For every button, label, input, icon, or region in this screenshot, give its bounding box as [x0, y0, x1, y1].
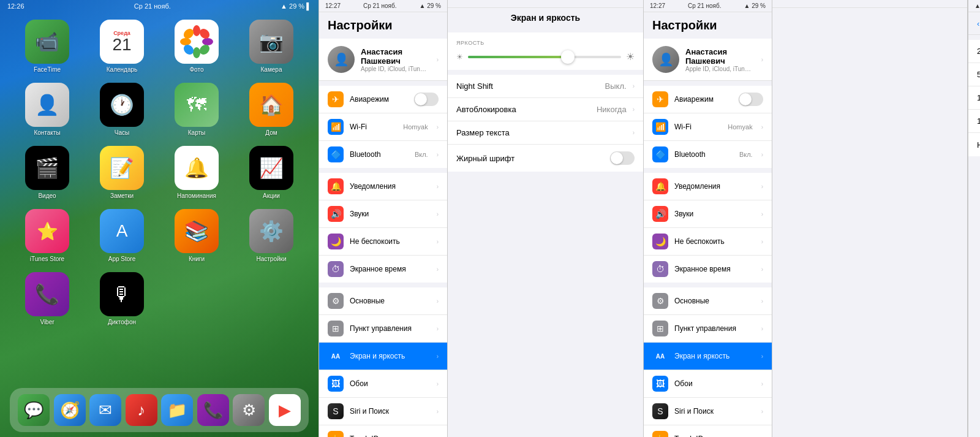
app-facetime[interactable]: 📹 FaceTime [15, 20, 80, 73]
settings-item-wallpaper-2[interactable]: 🖼 Обои › [644, 370, 772, 398]
app-clock[interactable]: 🕐 Часы [89, 83, 154, 136]
brightness-slider[interactable] [468, 56, 621, 58]
bold-text-item[interactable]: Жирный шрифт [448, 145, 643, 172]
dock: 💬 🧭 ✉ ♪ 📁 📞 ⚙ ▶ [10, 388, 309, 432]
dock-settings[interactable]: ⚙ [233, 394, 265, 426]
dock-viber[interactable]: 📞 [197, 394, 229, 426]
app-itunes[interactable]: ⭐ iTunes Store [15, 209, 80, 262]
settings-item-general-2[interactable]: ⚙ Основные › [644, 287, 772, 315]
dock-mail[interactable]: ✉ [89, 394, 121, 426]
detail-title: Экран и яркость [448, 8, 643, 28]
airplane-icon: ✈ [328, 91, 344, 107]
settings-sidebar-2: 12:27 Ср 21 нояб. ▲ 29 % Настройки 👤 Ана… [644, 0, 772, 437]
app-notes[interactable]: 📝 Заметки [89, 146, 154, 199]
settings-item-dnd[interactable]: 🌙 Не беспокоить › [319, 228, 447, 256]
app-home[interactable]: 🏠 Дом [239, 83, 304, 136]
app-maps[interactable]: 🗺 Карты [164, 83, 229, 136]
settings-item-screen-time-2[interactable]: ⏱ Экранное время › [644, 256, 772, 283]
settings-item-notifications[interactable]: 🔔 Уведомления › [319, 173, 447, 200]
dock-files[interactable]: 📁 [161, 394, 193, 426]
settings-item-siri[interactable]: S Siri и Поиск › [319, 398, 447, 425]
home-screen: 12:26 Ср 21 нояб. ▲ 29 % ▌ 📹 FaceTime Ср… [0, 0, 318, 437]
dock-messages[interactable]: 💬 [18, 394, 50, 426]
app-voice-memo[interactable]: 🎙 Диктофон [89, 272, 154, 325]
settings-item-airplane[interactable]: ✈ Авиарежим [319, 86, 447, 113]
back-button[interactable]: ‹ Назад [977, 19, 980, 28]
settings-panel: 12:27 Ср 21 нояб. ▲ 29 % Настройки 👤 Ана… [318, 0, 643, 437]
svg-point-1 [193, 25, 200, 36]
dnd-icon: 🌙 [328, 234, 344, 249]
settings-section-3b: ⚙ Основные › ⊞ Пункт управления › AA Экр… [644, 287, 772, 437]
settings-title-2: Настройки [652, 18, 717, 32]
airplane-toggle[interactable] [414, 93, 439, 106]
app-camera[interactable]: 📷 Камера [239, 20, 304, 73]
app-reminders[interactable]: 🔔 Напоминания [164, 146, 229, 199]
user-profile-2[interactable]: 👤 Анастасия Пашкевич Apple ID, iCloud, i… [644, 39, 772, 81]
settings-item-sounds[interactable]: 🔊 Звуки › [319, 200, 447, 228]
autoblock-option-2min[interactable]: 2 мин [968, 40, 980, 63]
settings-item-control[interactable]: ⊞ Пункт управления › [319, 315, 447, 343]
app-books[interactable]: 📚 Книги [164, 209, 229, 262]
settings-item-sounds-2[interactable]: 🔊 Звуки › [644, 200, 772, 228]
display-icon-2: AA [652, 348, 668, 364]
night-shift-item[interactable]: Night Shift Выкл. › [448, 75, 643, 98]
settings-item-touchid-2[interactable]: 👆 Touch ID и код-пароль › [644, 425, 772, 437]
app-viber[interactable]: 📞 Viber [15, 272, 80, 325]
bluetooth-icon: 🔷 [328, 146, 344, 162]
settings-item-wallpaper[interactable]: 🖼 Обои › [319, 370, 447, 398]
detail-status-bar-2 [772, 0, 967, 8]
settings-item-dnd-2[interactable]: 🌙 Не беспокоить › [644, 228, 772, 256]
dock-youtube[interactable]: ▶ [269, 394, 301, 426]
app-contacts[interactable]: 👤 Контакты [15, 83, 80, 136]
app-video[interactable]: 🎬 Видео [15, 146, 80, 199]
siri-icon: S [328, 403, 344, 419]
text-size-item[interactable]: Размер текста › [448, 121, 643, 145]
settings-item-display[interactable]: AA Экран и яркость › [319, 343, 447, 370]
autoblock-option-10min[interactable]: 10 мин [968, 86, 980, 110]
autoblock-option-15min[interactable]: 15 мин [968, 110, 980, 133]
settings-section-2: 🔔 Уведомления › 🔊 Звуки › 🌙 Не беспокоит… [319, 173, 447, 283]
settings-section-1: ✈ Авиарежим 📶 Wi-Fi Homyak › 🔷 Bluetooth… [319, 86, 447, 168]
display-detail-panel: Экран и яркость ЯРКОСТЬ ☀ ☀ Night Shift … [448, 0, 643, 437]
svg-point-3 [180, 38, 191, 45]
settings-item-siri-2[interactable]: S Siri и Поиск › [644, 398, 772, 425]
settings-item-wifi[interactable]: 📶 Wi-Fi Homyak › [319, 113, 447, 141]
bluetooth-icon-2: 🔷 [652, 146, 668, 162]
airplane-toggle-2[interactable] [739, 93, 763, 106]
app-settings[interactable]: ⚙️ Настройки [239, 209, 304, 262]
detail-status-bar [448, 0, 643, 8]
settings-item-airplane-2[interactable]: ✈ Авиарежим [644, 86, 772, 113]
settings-item-general[interactable]: ⚙ Основные › [319, 287, 447, 315]
user-profile[interactable]: 👤 Анастасия Пашкевич Apple ID, iCloud, i… [319, 39, 447, 81]
settings-item-control-2[interactable]: ⊞ Пункт управления › [644, 315, 772, 343]
autoblock-option-never[interactable]: Никогда ✓ [968, 133, 980, 156]
app-calendar[interactable]: Среда 21 Календарь [89, 20, 154, 73]
brightness-low-icon: ☀ [456, 53, 463, 61]
touchid-icon: 👆 [328, 431, 344, 437]
settings-item-notifications-2[interactable]: 🔔 Уведомления › [644, 173, 772, 200]
autoblock-nav: ‹ Назад Автоблокировка [968, 12, 980, 35]
settings-item-screen-time[interactable]: ⏱ Экранное время › [319, 256, 447, 283]
autoblock-option-5min[interactable]: 5 мин [968, 63, 980, 86]
settings-section-1b: ✈ Авиарежим 📶 Wi-Fi Homyak › 🔷 Bluetooth… [644, 86, 772, 168]
settings-item-touchid[interactable]: 👆 Touch ID и код-пароль › [319, 425, 447, 437]
settings-item-display-2[interactable]: AA Экран и яркость › [644, 343, 772, 370]
settings-item-bluetooth[interactable]: 🔷 Bluetooth Вкл. › [319, 141, 447, 168]
settings-item-bluetooth-2[interactable]: 🔷 Bluetooth Вкл. › [644, 141, 772, 168]
airplane-icon-2: ✈ [652, 91, 668, 107]
dock-safari[interactable]: 🧭 [54, 394, 86, 426]
autoblockirovka-item[interactable]: Автоблокировка Никогда › [448, 98, 643, 121]
settings-item-wifi-2[interactable]: 📶 Wi-Fi Homyak › [644, 113, 772, 141]
general-icon-2: ⚙ [652, 293, 668, 309]
dock-music[interactable]: ♪ [126, 394, 157, 426]
status-day: Ср 21 нояб. [134, 2, 171, 10]
app-appstore[interactable]: A App Store [89, 209, 154, 262]
status-battery: ▲ 29 % ▌ [281, 2, 311, 10]
settings-title: Настройки [328, 18, 393, 32]
bold-text-toggle[interactable] [610, 151, 635, 165]
app-photos[interactable]: Фото [164, 20, 229, 73]
settings-panel-2: 12:27 Ср 21 нояб. ▲ 29 % Настройки 👤 Ана… [643, 0, 968, 437]
settings-section-2b: 🔔 Уведомления › 🔊 Звуки › 🌙 Не беспокоит… [644, 173, 772, 283]
settings-sidebar: 12:27 Ср 21 нояб. ▲ 29 % Настройки 👤 Ана… [319, 0, 448, 437]
app-stocks[interactable]: 📈 Акции [239, 146, 304, 199]
